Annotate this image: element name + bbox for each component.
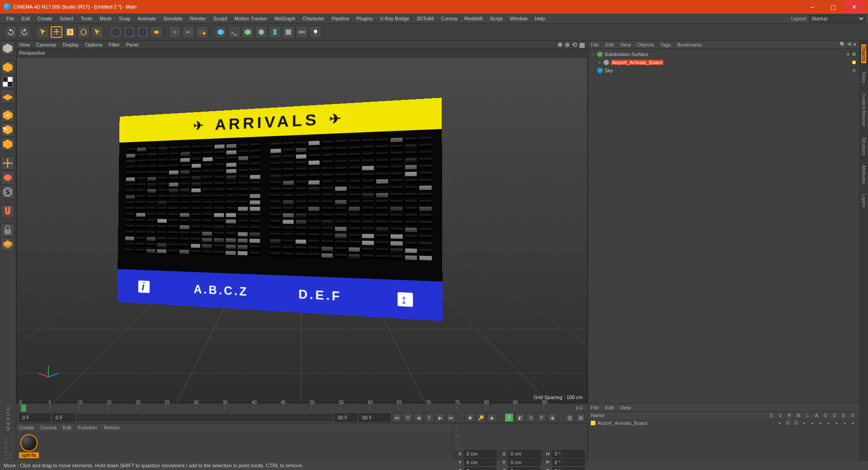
undo-button[interactable] [5,26,17,38]
tweak-mode[interactable] [1,171,14,184]
range-end-small[interactable] [335,414,357,422]
rot-p[interactable] [552,459,585,466]
menu-v-ray-bridge[interactable]: V-Ray Bridge [377,14,413,24]
polygon-mode[interactable] [1,137,14,151]
timeline-ruler[interactable]: 0510152025303540455055606570758085900 F [16,404,588,413]
keyframe-sel[interactable]: ◆ [487,413,496,422]
menu-create[interactable]: Create [34,14,56,24]
mat-menu-create[interactable]: Create [19,425,34,430]
tab-objects[interactable]: Objects [861,44,866,63]
add-generator[interactable] [241,26,254,38]
scale-tool[interactable] [64,26,76,38]
coord-menu-item[interactable]: ... [455,431,585,437]
model-mode[interactable] [1,61,14,74]
layout-dropdown[interactable]: Startup [809,15,865,22]
vp-menu-options[interactable]: Options [85,42,102,47]
add-spline[interactable] [228,26,241,38]
tag-icon[interactable] [852,68,856,73]
rot-h[interactable] [552,450,585,457]
recent-tool[interactable] [91,26,104,38]
layer-cb-R[interactable]: ☑ [793,420,799,426]
layer-cb-E[interactable]: ▪ [842,420,848,426]
vp-menu-display[interactable]: Display [62,42,79,47]
layer-cb-D[interactable]: ▪ [834,420,840,426]
vp-menu-panel[interactable]: Panel [126,42,139,47]
z-axis-lock[interactable]: Z [137,26,149,38]
add-deformer[interactable] [269,26,281,38]
obj-menu-edit[interactable]: Edit [605,42,614,47]
size-x[interactable] [508,450,540,457]
record-button[interactable]: ⏺ [466,413,475,422]
menu-script[interactable]: Script [486,14,506,24]
tag-icon[interactable] [846,52,850,56]
mat-menu-function[interactable]: Function [78,425,97,430]
step-fwd[interactable]: ▶ [436,413,445,422]
render-view[interactable] [169,26,181,38]
select-tool[interactable] [37,26,49,38]
viewport-3d[interactable]: ✈ ARRIVALS ✈ i A.B.C.Z D.E.F ↕ Grid Spac… [16,57,588,403]
goto-end[interactable]: ⏭ [447,413,456,422]
tag-icon[interactable] [852,52,856,56]
key-pos[interactable] [505,413,514,422]
render-pv[interactable] [182,26,195,38]
close-button[interactable]: ✕ [844,0,864,14]
lay-menu-file[interactable]: File [591,405,599,410]
menu-sculpt[interactable]: Sculpt [210,14,231,24]
edge-mode[interactable] [1,123,14,136]
snap-toggle[interactable] [1,204,14,218]
minimize-button[interactable]: ─ [802,0,823,14]
add-cube[interactable] [214,26,227,38]
coord-menu-item[interactable]: .. [455,437,585,443]
fcurve-button[interactable]: ▤ [576,413,585,422]
vp-orbit-icon[interactable]: ⟲ [572,41,577,48]
layer-cb-M[interactable]: ▪ [801,420,807,426]
eye-icon[interactable]: 👁 [847,42,852,47]
material-swatch[interactable]: split-fla [19,434,39,458]
expand-icon[interactable]: − [591,52,595,57]
key-pla[interactable]: ◉ [548,413,557,422]
layer-cb-V[interactable]: ☑ [785,420,791,426]
play-button[interactable] [425,413,434,422]
lay-menu-view[interactable]: View [620,405,631,410]
obj-menu-view[interactable]: View [620,42,631,47]
obj-menu-bookmarks[interactable]: Bookmarks [677,42,702,47]
lock-button[interactable] [1,223,14,237]
move-tool[interactable] [50,26,63,38]
tab-attributes[interactable]: Attributes [861,163,866,186]
key-rot[interactable]: ⟲ [526,413,535,422]
layer-cb-A[interactable]: ▪ [817,420,824,426]
tab-takes[interactable]: Takes [861,70,866,85]
viewport-solo[interactable]: S [1,185,14,199]
layer-cb-L[interactable]: ▪ [809,420,816,426]
tab-layers[interactable]: Layers [861,192,866,209]
menu-corona[interactable]: Corona [437,14,461,24]
rotate-tool[interactable] [77,26,90,38]
texture-mode[interactable] [1,75,14,89]
mat-menu-corona[interactable]: Corona [40,425,57,430]
loop-button[interactable]: ⟳ [403,413,412,422]
range-start[interactable] [19,414,51,422]
powerslider-opts[interactable]: ▥ [565,413,574,422]
pos-y[interactable] [464,459,496,466]
mat-menu-edit[interactable]: Edit [63,425,71,430]
layer-color-swatch[interactable] [591,421,595,425]
obj-menu-tags[interactable]: Tags [660,42,671,47]
obj-menu-file[interactable]: File [591,42,599,47]
y-axis-lock[interactable]: Y [123,26,136,38]
menu-render[interactable]: Render [186,14,210,24]
coord-menu-item[interactable]: ... [455,444,585,449]
add-camera[interactable] [296,26,308,38]
rot-b[interactable] [552,467,585,470]
coord-menu-item[interactable]: .. [455,425,585,430]
coord-system[interactable] [150,26,163,38]
menu-snap[interactable]: Snap [115,14,134,24]
pos-x[interactable] [464,450,496,457]
vp-layout-icon[interactable]: ▦ [579,41,585,48]
key-scale[interactable]: ◧ [515,413,524,422]
workplane-mode[interactable] [1,89,14,103]
menu-pipeline[interactable]: Pipeline [328,14,353,24]
obj-menu-objects[interactable]: Objects [637,42,654,47]
object-tree[interactable]: −Subdivision Surface+Airport_Arrivals_Bo… [588,49,859,75]
vp-menu-cameras[interactable]: Cameras [36,42,57,47]
add-nurbs[interactable] [255,26,268,38]
